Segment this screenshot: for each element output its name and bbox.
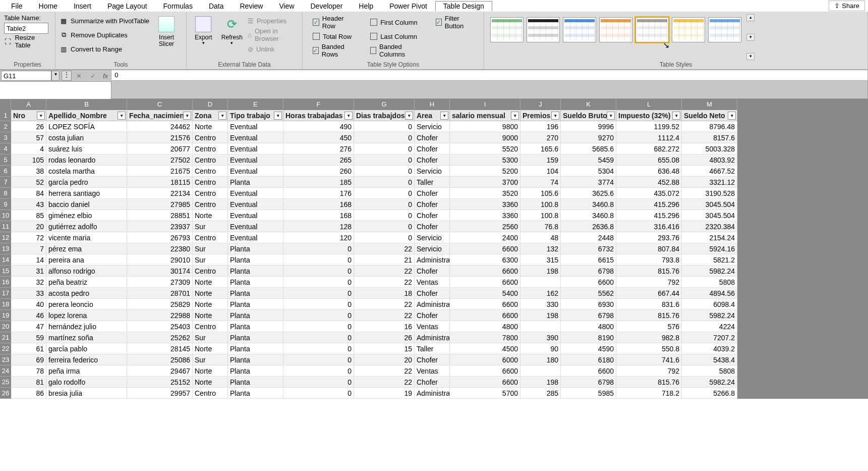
cell[interactable]: gutiérrez adolfo bbox=[46, 221, 127, 232]
row-header[interactable]: 20 bbox=[0, 321, 11, 332]
cell[interactable]: 0 bbox=[283, 377, 354, 388]
cell[interactable]: LOPEZ SOFÍA bbox=[46, 121, 127, 132]
cell[interactable]: herrera santiago bbox=[46, 188, 127, 199]
cell[interactable]: baccio daniel bbox=[46, 199, 127, 210]
cell[interactable]: 270 bbox=[520, 132, 561, 143]
cell[interactable]: 0 bbox=[283, 266, 354, 277]
select-all-corner[interactable] bbox=[0, 99, 11, 110]
cell[interactable]: Servicio bbox=[415, 243, 450, 254]
cell[interactable]: Chofer bbox=[415, 266, 450, 277]
column-header[interactable]: A bbox=[11, 99, 46, 110]
cell[interactable]: 22 bbox=[354, 277, 415, 288]
table-style-thumb[interactable] bbox=[708, 17, 741, 42]
cell[interactable]: 22 bbox=[354, 299, 415, 310]
cell[interactable]: Norte bbox=[193, 310, 228, 321]
cell[interactable]: 0 bbox=[283, 321, 354, 332]
table-style-thumb[interactable] bbox=[635, 17, 669, 42]
cell[interactable]: 0 bbox=[354, 232, 415, 243]
cell[interactable]: 25152 bbox=[127, 377, 193, 388]
cell[interactable]: 4039.2 bbox=[682, 343, 737, 354]
cell[interactable]: Chofer bbox=[415, 199, 450, 210]
cell[interactable]: 18 bbox=[354, 288, 415, 299]
cell[interactable]: Centro bbox=[193, 143, 228, 154]
cell[interactable]: 16 bbox=[354, 321, 415, 332]
cell[interactable]: 20677 bbox=[127, 143, 193, 154]
cell[interactable]: 5924.16 bbox=[682, 243, 737, 254]
cell[interactable]: 718.2 bbox=[616, 388, 682, 399]
cell[interactable]: hernández julio bbox=[46, 321, 127, 332]
filter-dropdown-button[interactable]: ▾ bbox=[118, 112, 126, 120]
cell[interactable]: Eventual bbox=[228, 143, 283, 154]
filter-dropdown-button[interactable]: ▾ bbox=[218, 112, 226, 120]
filter-dropdown-button[interactable]: ▾ bbox=[728, 112, 736, 120]
cell[interactable]: 815.76 bbox=[616, 310, 682, 321]
cell[interactable]: Planta bbox=[228, 266, 283, 277]
cell[interactable]: 6930 bbox=[561, 299, 616, 310]
cell[interactable]: 25829 bbox=[127, 299, 193, 310]
cell[interactable]: 165.6 bbox=[520, 143, 561, 154]
cell[interactable]: 22 bbox=[354, 310, 415, 321]
cell[interactable]: 57 bbox=[11, 132, 46, 143]
cell[interactable]: 22380 bbox=[127, 243, 193, 254]
cell[interactable]: 6798 bbox=[561, 310, 616, 321]
column-header[interactable]: K bbox=[561, 99, 616, 110]
gallery-scrollbar[interactable]: ▴ ▾ ▾ bbox=[746, 14, 755, 60]
row-header[interactable]: 21 bbox=[0, 332, 11, 343]
cell[interactable]: 6600 bbox=[450, 243, 520, 254]
cell[interactable]: 6600 bbox=[561, 277, 616, 288]
cell[interactable]: 0 bbox=[354, 143, 415, 154]
cell[interactable]: Centro bbox=[193, 232, 228, 243]
cell[interactable]: 6600 bbox=[561, 365, 616, 377]
cell[interactable]: Sur bbox=[193, 254, 228, 266]
cell[interactable]: Planta bbox=[228, 243, 283, 254]
table-header-cell[interactable]: Apellido_Nombre▾ bbox=[46, 110, 127, 121]
table-style-thumb[interactable] bbox=[490, 17, 524, 42]
cell[interactable]: Norte bbox=[193, 365, 228, 377]
cell[interactable]: 330 bbox=[520, 299, 561, 310]
column-header[interactable]: M bbox=[682, 99, 737, 110]
cell[interactable]: 4500 bbox=[450, 343, 520, 354]
cell[interactable]: 260 bbox=[283, 166, 354, 177]
cell[interactable]: 6615 bbox=[561, 254, 616, 266]
cell[interactable]: 159 bbox=[520, 154, 561, 166]
insert-slicer-button[interactable]: InsertSlicer bbox=[152, 14, 181, 60]
cell[interactable]: 27309 bbox=[127, 277, 193, 288]
row-header[interactable]: 5 bbox=[0, 154, 11, 166]
cell[interactable]: 415.296 bbox=[616, 210, 682, 221]
cell[interactable]: 2154.24 bbox=[682, 232, 737, 243]
cell[interactable]: 40 bbox=[11, 299, 46, 310]
cell[interactable]: giménez elbio bbox=[46, 210, 127, 221]
cell[interactable]: 792 bbox=[616, 277, 682, 288]
cell[interactable]: 3774 bbox=[561, 177, 616, 188]
cell[interactable]: Chofer bbox=[415, 154, 450, 166]
cell[interactable]: 46 bbox=[11, 310, 46, 321]
cell[interactable]: 6600 bbox=[450, 266, 520, 277]
table-style-thumb[interactable] bbox=[599, 17, 632, 42]
cell[interactable]: 0 bbox=[283, 243, 354, 254]
cell[interactable]: 6732 bbox=[561, 243, 616, 254]
cell[interactable]: 3321.12 bbox=[682, 177, 737, 188]
cell[interactable]: Chofer bbox=[415, 132, 450, 143]
cell[interactable]: 198 bbox=[520, 310, 561, 321]
filter-dropdown-button[interactable]: ▾ bbox=[37, 112, 45, 120]
cell[interactable]: 6600 bbox=[450, 365, 520, 377]
first-column-checkbox[interactable]: First Column bbox=[370, 16, 421, 28]
cell[interactable]: Administra bbox=[415, 332, 450, 343]
cell[interactable]: Planta bbox=[228, 365, 283, 377]
name-box[interactable] bbox=[1, 71, 51, 81]
cell[interactable]: 0 bbox=[354, 188, 415, 199]
cell[interactable]: Chofer bbox=[415, 221, 450, 232]
cell[interactable]: Planta bbox=[228, 310, 283, 321]
cell[interactable]: rodas leonardo bbox=[46, 154, 127, 166]
row-header[interactable]: 18 bbox=[0, 299, 11, 310]
cell[interactable]: 390 bbox=[520, 332, 561, 343]
row-header[interactable]: 12 bbox=[0, 232, 11, 243]
row-header[interactable]: 16 bbox=[0, 277, 11, 288]
cell[interactable]: 0 bbox=[283, 310, 354, 321]
row-header[interactable]: 14 bbox=[0, 254, 11, 266]
cell[interactable]: Planta bbox=[228, 277, 283, 288]
cell[interactable]: Centro bbox=[193, 177, 228, 188]
cell[interactable]: Centro bbox=[193, 199, 228, 210]
cell[interactable]: 43 bbox=[11, 199, 46, 210]
cell[interactable]: Norte bbox=[193, 121, 228, 132]
